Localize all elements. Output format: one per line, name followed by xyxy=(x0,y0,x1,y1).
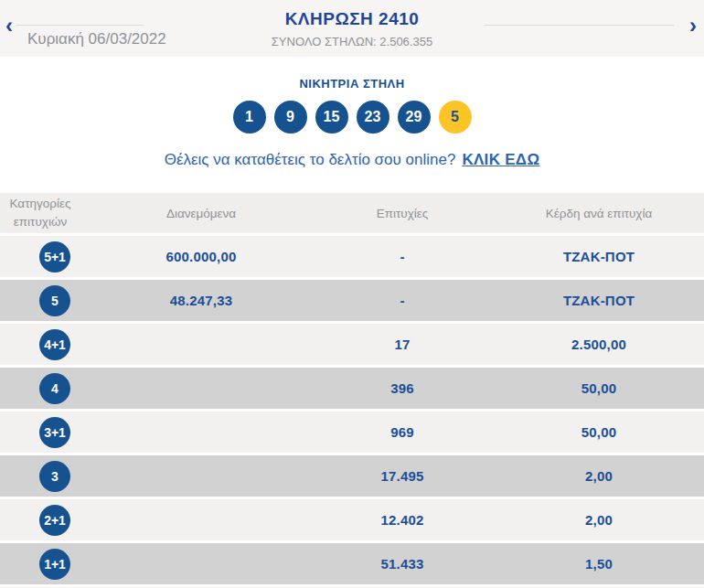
winnings-cell: 50,00 xyxy=(581,380,617,396)
successes-cell: 51.433 xyxy=(380,556,423,572)
category-badge: 5+1 xyxy=(39,241,70,273)
bonus-number-ball: 5 xyxy=(439,101,472,134)
winnings-cell: 50,00 xyxy=(581,424,617,440)
draw-title: ΚΛΗΡΩΣΗ 2410 xyxy=(0,9,704,29)
category-badge: 1+1 xyxy=(39,549,70,580)
winnings-cell: ΤΖΑΚ-ΠΟΤ xyxy=(563,293,635,308)
distributed-cell: 600.000,00 xyxy=(165,249,236,264)
category-cell: 5+1 xyxy=(39,241,70,273)
category-cell: 3 xyxy=(39,461,70,492)
successes-cell: - xyxy=(400,293,404,308)
category-badge: 4+1 xyxy=(39,329,70,360)
successes-cell: 17.495 xyxy=(380,468,423,484)
header-categories: Κατηγορίες επιτυχιών xyxy=(3,195,78,232)
category-badge: 5 xyxy=(39,285,70,316)
header-successes: Επιτυχίες xyxy=(377,207,429,220)
category-badge: 2+1 xyxy=(39,505,70,536)
prize-table-row: 1+151.4331,50 xyxy=(0,543,704,584)
prize-table-row: 5+1600.000,00-ΤΖΑΚ-ΠΟΤ xyxy=(0,236,704,277)
prize-table-header: Κατηγορίες επιτυχιών Διανεμόμενα Επιτυχί… xyxy=(0,193,704,233)
divider-line xyxy=(485,25,674,26)
category-cell: 3+1 xyxy=(39,417,70,448)
successes-cell: - xyxy=(400,249,404,264)
winning-number-ball: 15 xyxy=(315,101,348,134)
distributed-cell: 48.247,33 xyxy=(170,293,233,308)
category-badge: 3 xyxy=(39,461,70,492)
category-cell: 1+1 xyxy=(39,549,70,580)
draw-header: ‹ Κυριακή 06/03/2022 ΚΛΗΡΩΣΗ 2410 ΣΥΝΟΛΟ… xyxy=(0,0,704,57)
winning-number-ball: 29 xyxy=(398,101,431,134)
next-draw-arrow-icon[interactable]: › xyxy=(689,15,697,37)
header-winnings: Κέρδη ανά επιτυχία xyxy=(546,207,653,220)
successes-cell: 396 xyxy=(390,380,414,396)
category-badge: 3+1 xyxy=(39,417,70,448)
prize-table-row: 548.247,33-ΤΖΑΚ-ΠΟΤ xyxy=(0,280,704,321)
category-cell: 4 xyxy=(39,373,70,404)
cta-line: Θέλεις να καταθέτεις το δελτίο σου onlin… xyxy=(0,151,704,169)
winnings-cell: 2.500,00 xyxy=(571,337,626,352)
table-body: 5+1600.000,00-ΤΖΑΚ-ΠΟΤ548.247,33-ΤΖΑΚ-ΠΟ… xyxy=(0,236,704,584)
winning-number-ball: 9 xyxy=(274,101,307,134)
successes-cell: 969 xyxy=(390,424,414,440)
prize-table-row: 2+112.4022,00 xyxy=(0,499,704,540)
category-cell: 2+1 xyxy=(39,505,70,536)
winning-numbers: 191523295 xyxy=(0,101,704,134)
header-distributed: Διανεμόμενα xyxy=(166,207,236,220)
winnings-cell: 1,50 xyxy=(585,556,613,572)
prize-table-row: 4+1172.500,00 xyxy=(0,324,704,365)
winning-column-label: ΝΙΚΗΤΡΙΑ ΣΤΗΛΗ xyxy=(0,77,704,91)
successes-cell: 12.402 xyxy=(380,512,423,528)
category-cell: 5 xyxy=(39,285,70,316)
prize-table: Κατηγορίες επιτυχιών Διανεμόμενα Επιτυχί… xyxy=(0,193,704,588)
cta-click-here-link[interactable]: ΚΛΙΚ ΕΔΩ xyxy=(462,151,539,168)
winnings-cell: 2,00 xyxy=(585,512,613,528)
prize-table-row: 3+196950,00 xyxy=(0,412,704,453)
prize-table-row: 317.4952,00 xyxy=(0,455,704,497)
draw-title-block: ΚΛΗΡΩΣΗ 2410 ΣΥΝΟΛΟ ΣΤΗΛΩΝ: 2.506.355 xyxy=(0,9,704,48)
winnings-cell: ΤΖΑΚ-ΠΟΤ xyxy=(563,249,635,264)
total-columns: ΣΥΝΟΛΟ ΣΤΗΛΩΝ: 2.506.355 xyxy=(0,35,704,48)
category-badge: 4 xyxy=(39,373,70,404)
successes-cell: 17 xyxy=(394,337,410,352)
winning-number-ball: 23 xyxy=(357,101,389,134)
cta-question: Θέλεις να καταθέτεις το δελτίο σου onlin… xyxy=(165,151,456,168)
category-cell: 4+1 xyxy=(39,329,70,360)
winnings-cell: 2,00 xyxy=(585,468,613,484)
prize-table-row: 439650,00 xyxy=(0,368,704,409)
winning-number-ball: 1 xyxy=(233,101,266,134)
